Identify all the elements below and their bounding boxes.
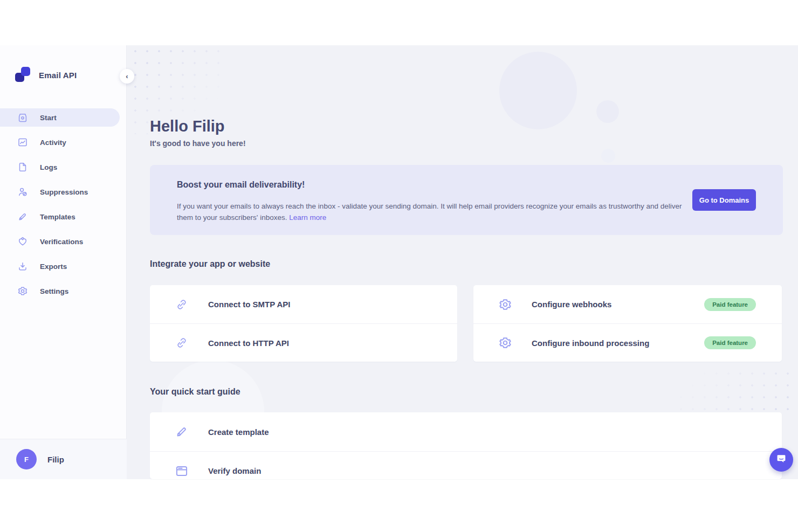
row-label: Configure webhooks [532, 300, 611, 309]
decorative-circle-small [601, 149, 615, 163]
quickstart-card: Create template Verify domain [150, 412, 782, 479]
avatar: F [16, 449, 37, 469]
heart-check-icon [17, 236, 28, 247]
sidebar-item-label: Exports [40, 262, 67, 271]
sidebar-item-logs[interactable]: Logs [0, 155, 127, 179]
download-icon [17, 261, 28, 272]
sidebar-item-label: Activity [40, 139, 66, 147]
paid-feature-badge: Paid feature [704, 336, 756, 349]
page-title: Hello Filip [150, 118, 225, 135]
sidebar-item-settings[interactable]: Settings [0, 279, 127, 303]
sidebar-item-label: Suppressions [40, 188, 88, 196]
sidebar-item-verifications[interactable]: Verifications [0, 229, 127, 254]
configure-webhooks-row[interactable]: Configure webhooks Paid feature [473, 285, 782, 323]
go-to-domains-button[interactable]: Go to Domains [692, 189, 756, 211]
page-subtitle: It's good to have you here! [150, 139, 246, 148]
activity-chart-icon [17, 137, 28, 148]
pen-icon [175, 425, 189, 439]
connect-smtp-row[interactable]: Connect to SMTP API [150, 285, 457, 323]
integrate-right-card: Configure webhooks Paid feature Configur… [473, 285, 782, 362]
chat-bubble-icon [775, 453, 787, 467]
browser-window-icon [175, 464, 189, 478]
banner-body: If you want your emails to always reach … [177, 201, 683, 223]
sidebar-item-label: Logs [40, 163, 57, 171]
sidebar-item-label: Settings [40, 287, 68, 295]
decorative-circle-medium [596, 100, 619, 123]
link-icon [175, 336, 189, 350]
integrate-heading: Integrate your app or website [150, 259, 270, 269]
user-menu[interactable]: F Filip [0, 439, 127, 479]
paid-feature-badge: Paid feature [704, 298, 756, 311]
row-label: Connect to SMTP API [208, 300, 291, 309]
sidebar-collapse-button[interactable]: ‹ [120, 69, 134, 84]
quickstart-heading: Your quick start guide [150, 387, 240, 397]
gear-icon [498, 298, 512, 312]
connect-http-row[interactable]: Connect to HTTP API [150, 323, 457, 362]
sidebar-item-label: Templates [40, 213, 75, 221]
document-icon [17, 162, 28, 172]
chat-launcher-button[interactable] [769, 448, 793, 472]
row-label: Create template [208, 427, 269, 437]
home-icon [17, 112, 28, 123]
user-name: Filip [47, 455, 64, 464]
pen-icon [17, 211, 28, 222]
sidebar-item-label: Verifications [40, 238, 83, 246]
gear-icon [498, 336, 512, 350]
sidebar-item-suppressions[interactable]: Suppressions [0, 179, 127, 204]
decorative-circle-large [499, 52, 577, 129]
integrate-left-card: Connect to SMTP API Connect to HTTP API [150, 285, 457, 362]
configure-inbound-row[interactable]: Configure inbound processing Paid featur… [473, 323, 782, 362]
sidebar-item-exports[interactable]: Exports [0, 254, 127, 279]
link-icon [175, 298, 189, 312]
app-title: Email API [39, 71, 77, 80]
sidebar-item-activity[interactable]: Activity [0, 130, 127, 155]
deliverability-banner [150, 165, 783, 235]
gear-icon [17, 286, 28, 296]
sidebar-item-templates[interactable]: Templates [0, 204, 127, 229]
sidebar-nav: Start Activity Logs Suppressions Templat… [0, 105, 127, 303]
create-template-row[interactable]: Create template [150, 412, 782, 451]
app-logo-icon [15, 67, 31, 83]
learn-more-link[interactable]: Learn more [289, 213, 326, 222]
decorative-dots-bottom-right [675, 368, 798, 413]
row-label: Verify domain [208, 466, 261, 475]
row-label: Connect to HTTP API [208, 338, 289, 348]
sidebar-item-start[interactable]: Start [0, 105, 127, 130]
sidebar-item-label: Start [40, 114, 57, 122]
verify-domain-row[interactable]: Verify domain [150, 451, 782, 479]
banner-title: Boost your email deliverability! [177, 180, 305, 190]
app-logo: Email API [15, 67, 77, 83]
chevron-left-icon: ‹ [126, 72, 128, 80]
row-label: Configure inbound processing [532, 338, 649, 348]
user-block-icon [17, 186, 28, 197]
